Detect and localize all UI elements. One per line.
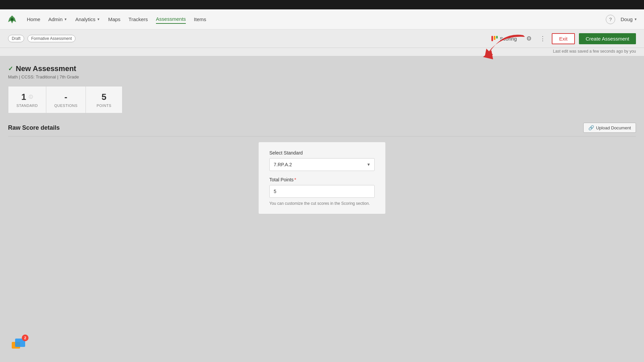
widget-icon: 2 <box>10 332 30 352</box>
required-indicator: * <box>294 177 296 182</box>
points-value: 5 <box>102 92 106 102</box>
user-menu[interactable]: Doug ▼ <box>621 16 637 22</box>
scoring-hint: You can customize the cut scores in the … <box>269 201 375 206</box>
standard-select-wrapper: 7.RP.A.2 ▼ <box>269 158 375 171</box>
help-icon[interactable]: ? <box>606 15 615 24</box>
scoring-button[interactable]: Scoring <box>488 34 520 44</box>
nav-link-admin[interactable]: Admin ▼ <box>48 15 67 23</box>
stat-card-standard: 1 ⓘ STANDARD <box>8 86 46 113</box>
stat-card-points: 5 POINTS <box>86 86 122 113</box>
upload-icon: 🔗 <box>588 125 594 130</box>
user-name: Doug <box>621 16 633 22</box>
nav-link-items[interactable]: Items <box>194 15 206 23</box>
select-standard-label: Select Standard <box>269 150 375 156</box>
draft-badge[interactable]: Draft <box>8 35 24 42</box>
standard-label: STANDARD <box>16 104 38 108</box>
bar1 <box>491 36 493 41</box>
bottom-widget[interactable]: 2 <box>10 332 30 352</box>
nav-link-maps[interactable]: Maps <box>108 15 120 23</box>
standard-value: 1 <box>21 92 26 102</box>
stats-row: 1 ⓘ STANDARD - QUESTIONS 5 POINTS <box>8 86 636 113</box>
exit-button[interactable]: Exit <box>552 33 575 44</box>
user-chevron: ▼ <box>634 17 637 21</box>
stat-card-questions: - QUESTIONS <box>46 86 86 113</box>
upload-document-button[interactable]: 🔗 Upload Document <box>583 123 636 133</box>
nav-links: Home Admin ▼ Analytics ▼ Maps Trackers A… <box>27 15 206 24</box>
questions-label: QUESTIONS <box>54 104 77 108</box>
admin-chevron: ▼ <box>64 17 67 21</box>
nav-link-analytics[interactable]: Analytics ▼ <box>75 15 100 23</box>
formative-badge[interactable]: Formative Assessment <box>28 35 75 42</box>
assessment-meta: Math | CCSS: Traditional | 7th Grade <box>8 74 636 79</box>
assessment-header: ✓ New Assessment Math | CCSS: Traditiona… <box>8 64 636 79</box>
logo-icon <box>7 14 17 25</box>
nav-link-assessments[interactable]: Assessments <box>156 15 186 24</box>
standard-select[interactable]: 7.RP.A.2 <box>269 158 375 171</box>
assessment-name: New Assessment <box>16 64 76 73</box>
more-options-icon[interactable]: ⋮ <box>538 33 548 44</box>
nav-link-home[interactable]: Home <box>27 15 40 23</box>
main-content: ✓ New Assessment Math | CCSS: Traditiona… <box>0 56 644 351</box>
navbar: Home Admin ▼ Analytics ▼ Maps Trackers A… <box>0 9 644 29</box>
total-points-label: Total Points* <box>269 177 375 182</box>
raw-score-form: Select Standard 7.RP.A.2 ▼ Total Points*… <box>258 142 386 214</box>
total-points-input[interactable] <box>269 185 375 198</box>
svg-point-2 <box>11 18 13 21</box>
scoring-label: Scoring <box>500 36 517 42</box>
sub-header-actions: Scoring ⚙ ⋮ Exit Create Assessment <box>488 33 636 44</box>
settings-icon[interactable]: ⚙ <box>524 33 534 44</box>
questions-value: - <box>64 92 67 102</box>
info-icon[interactable]: ⓘ <box>29 94 33 100</box>
breadcrumb: Draft Formative Assessment <box>8 35 75 42</box>
svg-text:2: 2 <box>24 336 26 340</box>
create-assessment-button[interactable]: Create Assessment <box>579 33 636 44</box>
analytics-chevron: ▼ <box>97 17 100 21</box>
sub-header: Draft Formative Assessment Scoring ⚙ ⋮ E… <box>0 29 644 48</box>
verified-icon: ✓ <box>8 65 13 72</box>
points-label: POINTS <box>94 104 114 108</box>
assessment-title: ✓ New Assessment <box>8 64 636 73</box>
bar3 <box>496 36 498 39</box>
nav-right: ? Doug ▼ <box>606 15 637 24</box>
top-bar <box>0 0 644 9</box>
nav-link-trackers[interactable]: Trackers <box>128 15 148 23</box>
scoring-chart-icon <box>491 36 498 41</box>
raw-score-section-header: Raw Score details 🔗 Upload Document <box>8 123 636 136</box>
nav-left: Home Admin ▼ Analytics ▼ Maps Trackers A… <box>7 14 206 25</box>
nav-logo[interactable] <box>7 14 17 25</box>
upload-doc-label: Upload Document <box>596 125 631 130</box>
last-saved-text: Last edit was saved a few seconds ago by… <box>553 49 636 54</box>
raw-score-title: Raw Score details <box>8 124 60 131</box>
bar2 <box>494 36 495 40</box>
